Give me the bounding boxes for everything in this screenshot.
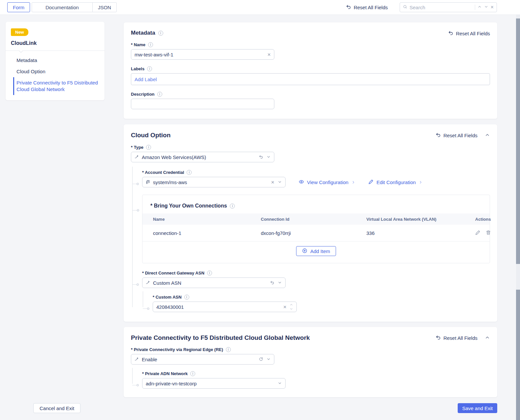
search-input[interactable]	[410, 5, 473, 10]
info-icon[interactable]: i	[207, 271, 212, 275]
private-connectivity-title: Private Connectivity to F5 Distributed C…	[131, 334, 310, 341]
chevron-right-icon	[419, 179, 422, 185]
custom-asn-field: ×	[153, 302, 297, 312]
col-actions: Actions	[475, 217, 491, 222]
metadata-reset-fields-button[interactable]: Reset All Fields	[448, 30, 490, 37]
clear-icon[interactable]: ×	[271, 179, 274, 185]
scrollbar-thumb[interactable]	[516, 18, 520, 264]
sidebar-item-metadata[interactable]: Metadata	[13, 55, 101, 66]
tab-group: Documentation JSON	[32, 2, 117, 12]
account-credential-value: system/ms-aws	[153, 179, 268, 185]
info-icon[interactable]: i	[157, 92, 162, 97]
byoc-card: * Bring Your Own Connections i Name Conn…	[142, 195, 490, 263]
private-adn-value: adn-private-vn-testcorp	[146, 381, 275, 386]
metadata-section: Metadata i Reset All Fields * Name i × L…	[124, 22, 497, 119]
reset-field-icon[interactable]	[270, 280, 274, 286]
oneof-branch-icon	[146, 280, 150, 286]
dcg-asn-select[interactable]: Custom ASN	[142, 277, 286, 288]
tab-json[interactable]: JSON	[92, 2, 117, 12]
chevron-down-icon[interactable]	[266, 357, 271, 362]
undo-icon	[436, 132, 441, 139]
oneof-branch-icon	[135, 357, 139, 362]
dcg-asn-value: Custom ASN	[153, 280, 267, 286]
chevron-down-icon[interactable]	[278, 381, 282, 386]
view-configuration-link[interactable]: View Configuration	[299, 179, 355, 185]
account-credential-select[interactable]: system/ms-aws ×	[142, 177, 286, 187]
save-and-exit-button[interactable]: Save and Exit	[458, 403, 497, 413]
cloud-option-section: Cloud Option Reset All Fields * Type i A…	[124, 124, 497, 322]
name-label: * Name	[131, 42, 145, 47]
reset-all-fields-button[interactable]: Reset All Fields	[346, 4, 388, 11]
cloud-option-title: Cloud Option	[131, 132, 170, 139]
collapse-section-button[interactable]	[485, 335, 490, 341]
col-connection-id: Connection Id	[261, 217, 366, 222]
sidebar-item-private-connectivity[interactable]: Private Connectivity to F5 Distributed C…	[13, 77, 101, 95]
info-icon[interactable]: i	[146, 145, 151, 150]
byoc-table-header: Name Connection Id Virtual Local Area Ne…	[142, 213, 490, 225]
cell-name: connection-1	[153, 230, 261, 236]
refresh-icon[interactable]	[259, 357, 263, 362]
cell-vlan: 336	[366, 230, 475, 236]
undo-icon	[448, 30, 453, 37]
scrollbar-thumb[interactable]	[516, 290, 520, 420]
add-item-button[interactable]: Add Item	[296, 246, 336, 256]
chevron-down-icon[interactable]	[278, 179, 282, 185]
chevron-down-icon[interactable]	[266, 154, 271, 160]
private-reset-fields-button[interactable]: Reset All Fields	[436, 335, 477, 341]
info-icon[interactable]: i	[187, 170, 192, 175]
reset-fields-label: Reset All Fields	[444, 335, 477, 341]
topbar: Form Documentation JSON Reset All Fields…	[0, 0, 520, 15]
info-icon[interactable]: i	[148, 42, 153, 47]
cancel-and-exit-button[interactable]: Cancel and Exit	[33, 403, 80, 413]
name-input[interactable]	[135, 52, 264, 57]
collapse-section-button[interactable]	[485, 132, 490, 139]
private-adn-label: * Private ADN Network	[142, 371, 188, 376]
info-icon[interactable]: i	[230, 204, 235, 209]
private-connectivity-section: Private Connectivity to F5 Distributed C…	[124, 327, 497, 397]
tab-form[interactable]: Form	[7, 2, 30, 12]
info-icon[interactable]: i	[158, 31, 163, 36]
chevron-down-icon[interactable]	[278, 280, 282, 286]
topbar-right: Reset All Fields ×	[346, 2, 497, 12]
number-stepper[interactable]	[290, 303, 293, 311]
byoc-table-row: connection-1 dxcon-fg70rrji 336	[142, 225, 490, 242]
edit-row-icon[interactable]	[475, 230, 480, 236]
description-field	[131, 99, 274, 109]
clear-icon[interactable]: ×	[283, 304, 287, 310]
undo-icon	[346, 4, 351, 11]
view-tabs: Form Documentation JSON	[7, 2, 117, 12]
regional-edge-select[interactable]: Enable	[131, 354, 274, 365]
search-close-icon[interactable]: ×	[491, 5, 494, 10]
reset-all-fields-label: Reset All Fields	[354, 5, 388, 10]
regional-edge-label: * Private Connectivity via Regional Edge…	[131, 347, 223, 352]
info-icon[interactable]: i	[190, 371, 195, 376]
sidebar-nav: Metadata Cloud Option Private Connectivi…	[6, 55, 105, 95]
byoc-title: * Bring Your Own Connections	[150, 203, 227, 209]
reset-field-icon[interactable]	[259, 154, 263, 160]
metadata-title: Metadata	[131, 30, 155, 36]
search-next-icon[interactable]	[484, 4, 488, 10]
custom-asn-input[interactable]	[156, 304, 280, 310]
add-label-input[interactable]	[135, 77, 486, 82]
info-icon[interactable]: i	[147, 66, 152, 71]
search-divider	[475, 5, 475, 10]
sidebar-item-cloud-option[interactable]: Cloud Option	[13, 66, 101, 77]
name-field: ×	[131, 49, 274, 60]
info-icon[interactable]: i	[226, 347, 231, 352]
description-input[interactable]	[135, 101, 271, 107]
type-label: * Type	[131, 145, 143, 150]
type-select[interactable]: Amazon Web Services(AWS)	[131, 152, 274, 162]
collapse-notch-icon[interactable]	[19, 48, 23, 53]
search-prev-icon[interactable]	[477, 4, 482, 10]
tab-documentation[interactable]: Documentation	[32, 2, 93, 12]
edit-configuration-link[interactable]: Edit Configuration	[368, 179, 422, 185]
private-adn-select[interactable]: adn-private-vn-testcorp	[142, 378, 286, 389]
col-vlan: Virtual Local Area Network (VLAN)	[366, 217, 475, 222]
cloud-option-reset-fields-button[interactable]: Reset All Fields	[436, 132, 477, 139]
chevron-right-icon	[352, 179, 355, 185]
clear-icon[interactable]: ×	[267, 52, 271, 57]
col-name: Name	[153, 217, 261, 222]
info-icon[interactable]: i	[184, 295, 189, 300]
dcg-asn-label: * Direct Connect Gateway ASN	[142, 271, 204, 275]
delete-row-icon[interactable]	[486, 230, 491, 236]
